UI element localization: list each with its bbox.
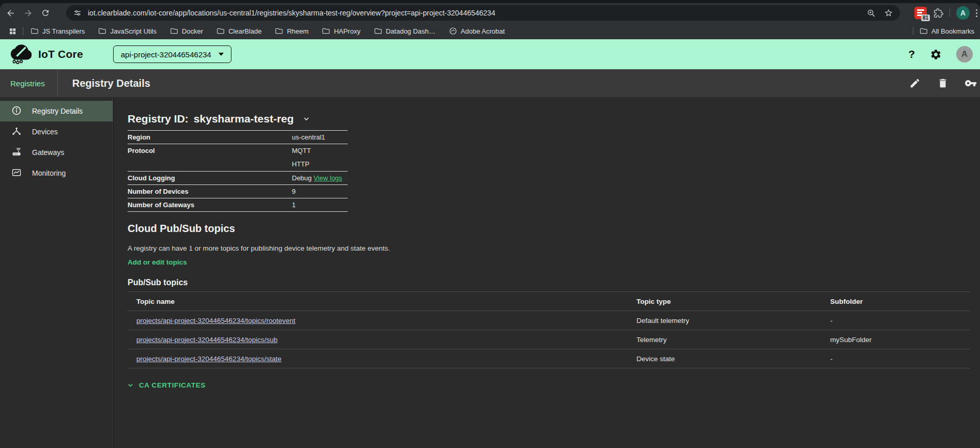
url-bar[interactable]: iot.clearblade.com/iot-core/app/location… (66, 5, 900, 21)
topic-link-state[interactable]: projects/api-project-320446546234/topics… (136, 355, 282, 363)
browser-avatar[interactable]: A (956, 6, 970, 20)
sidebar-item-monitoring[interactable]: Monitoring (0, 163, 113, 183)
view-logs-link[interactable]: View logs (314, 174, 342, 182)
topic-link-rootevent[interactable]: projects/api-project-320446546234/topics… (136, 317, 295, 325)
delete-trash-icon[interactable] (937, 77, 949, 89)
bookmarks-separator (23, 27, 23, 35)
ca-chevron-down-icon (127, 381, 134, 389)
back-icon[interactable] (5, 8, 15, 18)
monitoring-chart-icon (11, 167, 22, 179)
main-content: Registry ID: skysharma-test-reg Region u… (114, 97, 980, 448)
pubsub-topics-table: Topic name Topic type Subfolder projects… (128, 291, 970, 368)
navbar-separator (57, 69, 58, 97)
bookmark-adobe-acrobat[interactable]: Adobe Acrobat (449, 27, 505, 35)
ca-certificates-toggle[interactable]: CA CERTIFICATES (127, 381, 206, 389)
column-topic-type: Topic type (636, 298, 830, 305)
page-title: Registry Details (72, 78, 150, 89)
info-icon (11, 105, 22, 117)
chevron-down-icon (219, 53, 224, 56)
browser-menu-icon[interactable] (976, 9, 978, 17)
help-button[interactable]: ? (908, 48, 915, 60)
detail-row-protocol: Protocol MQTT HTTP (128, 144, 348, 172)
pubsub-description: A registry can have 1 or more topics for… (128, 244, 390, 252)
reload-icon[interactable] (40, 8, 51, 18)
all-bookmarks-button[interactable]: All Bookmarks (920, 27, 974, 35)
sidebar-item-registry-details[interactable]: Registry Details (0, 101, 113, 121)
bookmark-folder-docker[interactable]: Docker (170, 27, 203, 35)
detail-row-cloud-logging: Cloud Logging Debug View logs (128, 172, 348, 185)
bookmark-folder-clearblade[interactable]: ClearBlade (216, 27, 261, 35)
extensions-puzzle-icon[interactable] (933, 8, 943, 18)
bookmark-folder-datadog[interactable]: Datadog Dash… (374, 27, 435, 35)
project-selector[interactable]: api-project-320446546234 (113, 45, 231, 63)
pubsub-table-title: Pub/Sub topics (128, 278, 188, 287)
table-row: projects/api-project-320446546234/topics… (128, 330, 970, 349)
extension-badge: 81 (921, 14, 930, 21)
sidebar-item-devices[interactable]: Devices (0, 121, 113, 142)
toolbar-separator (950, 9, 950, 17)
app-brand: IoT Core (9, 42, 83, 67)
iot-core-logo-icon (9, 42, 33, 67)
table-row: projects/api-project-320446546234/topics… (128, 349, 970, 368)
sidebar: Registry Details Devices Gateways (0, 97, 113, 448)
detail-row-region: Region us-central1 (128, 131, 348, 144)
devices-icon (11, 126, 22, 138)
table-row: projects/api-project-320446546234/topics… (128, 311, 970, 330)
pubsub-section-heading: Cloud Pub/Sub topics (128, 223, 235, 235)
topics-table-header: Topic name Topic type Subfolder (128, 291, 970, 311)
registry-id-value: skysharma-test-reg (194, 113, 294, 125)
bookmark-folder-js-transpilers[interactable]: JS Transpilers (30, 27, 85, 35)
topic-link-sub[interactable]: projects/api-project-320446546234/topics… (136, 336, 277, 344)
add-edit-topics-link[interactable]: Add or edit topics (128, 258, 187, 266)
bookmark-folder-javascript-utils[interactable]: JavaScript Utils (98, 27, 157, 35)
detail-row-num-devices: Number of Devices 9 (128, 185, 348, 198)
gateway-router-icon (11, 147, 22, 159)
page-navbar: Registries Registry Details (0, 69, 980, 97)
app-header: IoT Core api-project-320446546234 ? A (0, 39, 980, 69)
all-bookmarks-separator (913, 27, 913, 35)
zoom-icon[interactable] (866, 8, 876, 18)
registry-details-table: Region us-central1 Protocol MQTT HTTP Cl… (128, 130, 348, 212)
browser-toolbar: iot.clearblade.com/iot-core/app/location… (0, 3, 980, 23)
column-topic-name: Topic name (128, 298, 636, 305)
site-controls-icon[interactable] (72, 8, 83, 18)
product-name: IoT Core (38, 48, 83, 60)
edit-pencil-icon[interactable] (909, 77, 921, 89)
url-text[interactable]: iot.clearblade.com/iot-core/app/location… (88, 9, 866, 17)
bookmark-folder-rheem[interactable]: Rheem (275, 27, 308, 35)
bookmarks-bar: JS Transpilers JavaScript Utils Docker C… (0, 23, 980, 39)
registry-id-heading: Registry ID: skysharma-test-reg (128, 113, 310, 125)
pinned-extension-icon[interactable]: 81 (914, 7, 927, 19)
registries-breadcrumb-link[interactable]: Registries (10, 79, 45, 88)
key-icon[interactable] (965, 77, 977, 89)
apps-grid-icon[interactable] (7, 26, 18, 36)
bookmark-star-icon[interactable] (883, 8, 894, 18)
registry-chevron-down-icon[interactable] (302, 115, 310, 123)
bookmark-folder-haproxy[interactable]: HAProxy (322, 27, 360, 35)
settings-gear-icon[interactable] (929, 48, 942, 60)
user-avatar[interactable]: A (956, 46, 973, 63)
column-subfolder: Subfolder (830, 298, 970, 305)
detail-row-num-gateways: Number of Gateways 1 (128, 198, 348, 212)
forward-icon[interactable] (23, 8, 33, 18)
sidebar-item-gateways[interactable]: Gateways (0, 142, 113, 163)
